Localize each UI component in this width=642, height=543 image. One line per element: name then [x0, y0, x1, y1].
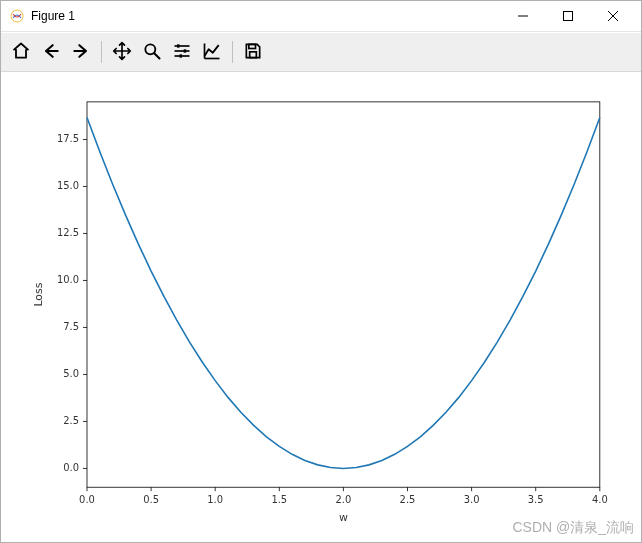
ytick-label: 15.0 [57, 180, 79, 191]
xtick-label: 1.5 [271, 494, 287, 505]
ytick-label: 7.5 [63, 321, 79, 332]
ytick-label: 12.5 [57, 227, 79, 238]
save-icon [243, 41, 263, 64]
ylabel: Loss [32, 282, 45, 306]
save-button[interactable] [239, 38, 267, 66]
window-title: Figure 1 [31, 9, 75, 23]
arrow-left-icon [41, 41, 61, 64]
app-icon [9, 8, 25, 24]
svg-rect-11 [184, 49, 187, 52]
edit-axis-button[interactable] [198, 38, 226, 66]
ytick-label: 0.0 [63, 462, 79, 473]
xtick-label: 2.0 [335, 494, 351, 505]
series-line [87, 117, 600, 468]
pan-button[interactable] [108, 38, 136, 66]
ytick-label: 10.0 [57, 274, 79, 285]
maximize-button[interactable] [545, 1, 590, 31]
ytick-label: 2.5 [63, 415, 79, 426]
chart-svg: 0.00.51.01.52.02.53.03.54.00.02.55.07.51… [1, 72, 641, 542]
xtick-label: 2.5 [400, 494, 416, 505]
svg-line-6 [155, 53, 160, 58]
xtick-label: 3.5 [528, 494, 544, 505]
chart-line-icon [202, 41, 222, 64]
subplots-button[interactable] [168, 38, 196, 66]
move-icon [112, 41, 132, 64]
back-button[interactable] [37, 38, 65, 66]
zoom-button[interactable] [138, 38, 166, 66]
xtick-label: 1.0 [207, 494, 223, 505]
magnifier-icon [142, 41, 162, 64]
sliders-icon [172, 41, 192, 64]
svg-rect-16 [250, 51, 257, 57]
close-button[interactable] [590, 1, 635, 31]
xlabel: w [339, 511, 348, 524]
forward-button[interactable] [67, 38, 95, 66]
figure-canvas[interactable]: 0.00.51.01.52.02.53.03.54.00.02.55.07.51… [1, 72, 641, 542]
svg-point-0 [11, 10, 23, 22]
svg-rect-2 [563, 12, 572, 21]
xtick-label: 3.0 [464, 494, 480, 505]
arrow-right-icon [71, 41, 91, 64]
svg-rect-10 [177, 44, 180, 47]
figure-window: Figure 1 [0, 0, 642, 543]
xtick-label: 0.5 [143, 494, 159, 505]
ytick-label: 5.0 [63, 368, 79, 379]
xtick-label: 4.0 [592, 494, 608, 505]
svg-rect-12 [180, 54, 183, 57]
home-button[interactable] [7, 38, 35, 66]
toolbar-separator [101, 41, 102, 63]
xtick-label: 0.0 [79, 494, 95, 505]
toolbar-separator [232, 41, 233, 63]
ytick-label: 17.5 [57, 133, 79, 144]
svg-rect-15 [249, 44, 256, 48]
home-icon [11, 41, 31, 64]
axes-frame [87, 102, 600, 487]
toolbar [1, 32, 641, 72]
minimize-button[interactable] [500, 1, 545, 31]
titlebar: Figure 1 [1, 1, 641, 32]
